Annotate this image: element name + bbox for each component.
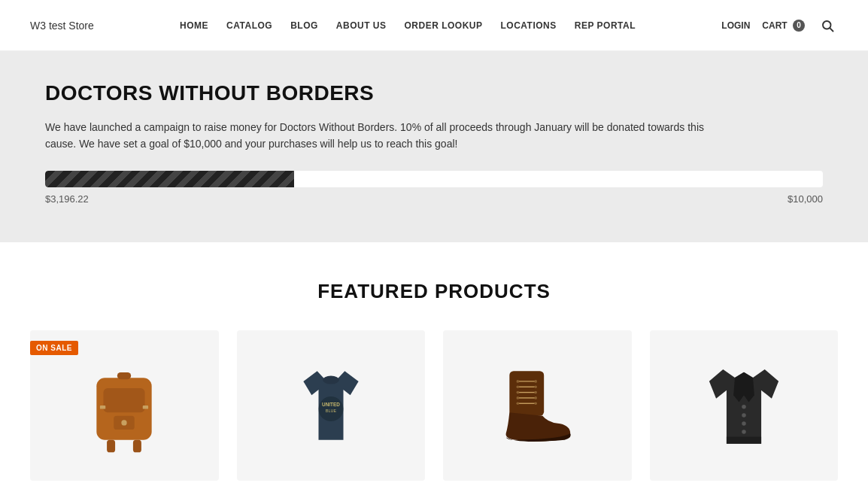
product-image-wrapper: UNITED BLUE — [237, 330, 426, 481]
progress-labels: $3,196.22 $10,000 — [45, 193, 823, 205]
svg-point-30 — [517, 402, 520, 405]
product-image — [650, 330, 839, 481]
svg-point-22 — [517, 380, 520, 383]
featured-title: FEATURED PRODUCTS — [30, 280, 838, 303]
cart-count: 0 — [793, 20, 805, 32]
svg-rect-39 — [727, 436, 761, 443]
svg-line-1 — [830, 28, 833, 31]
on-sale-badge: ON SALE — [30, 341, 78, 355]
svg-point-35 — [742, 405, 746, 409]
site-logo[interactable]: W3 test Store — [30, 20, 94, 32]
svg-point-37 — [742, 421, 746, 426]
nav-item-locations[interactable]: LOCATIONS — [501, 20, 557, 31]
product-image: UNITED BLUE — [237, 330, 426, 481]
banner-description: We have launched a campaign to raise mon… — [45, 119, 722, 153]
svg-point-25 — [535, 385, 538, 388]
campaign-banner: DOCTORS WITHOUT BORDERS We have launched… — [0, 51, 868, 242]
svg-point-23 — [535, 380, 538, 383]
svg-point-12 — [323, 375, 339, 384]
cart-button[interactable]: CART 0 — [762, 20, 805, 32]
svg-point-28 — [517, 396, 520, 399]
main-nav: HOMECATALOGBLOGABOUT USORDER LOOKUPLOCAT… — [180, 20, 636, 31]
product-card[interactable]: ON SALE UNITED BY BLUEHiking Backpack$14… — [30, 330, 219, 489]
svg-rect-10 — [143, 405, 148, 409]
nav-item-blog[interactable]: BLOG — [290, 20, 318, 31]
site-header: W3 test Store HOMECATALOGBLOGABOUT USORD… — [0, 0, 868, 51]
svg-text:BLUE: BLUE — [326, 409, 337, 413]
svg-point-27 — [535, 391, 538, 394]
search-icon — [821, 19, 834, 32]
login-link[interactable]: LOGIN — [721, 20, 750, 31]
product-image-wrapper — [443, 330, 632, 481]
header-right: LOGIN CART 0 — [721, 15, 838, 36]
svg-text:UNITED: UNITED — [322, 402, 340, 407]
product-image-wrapper — [650, 330, 839, 481]
svg-point-24 — [517, 385, 520, 388]
nav-item-catalog[interactable]: CATALOG — [226, 20, 272, 31]
products-grid: ON SALE UNITED BY BLUEHiking Backpack$14… — [30, 330, 838, 489]
svg-point-36 — [742, 413, 746, 418]
svg-point-26 — [517, 391, 520, 394]
cart-label: CART — [762, 20, 787, 31]
svg-rect-7 — [133, 440, 141, 453]
nav-item-about-us[interactable]: ABOUT US — [336, 20, 387, 31]
svg-rect-3 — [104, 388, 145, 412]
product-card[interactable]: UNITED BY BLUEGertrude Cardigan$108.00 — [650, 330, 839, 489]
svg-rect-16 — [510, 371, 545, 416]
progress-bar-fill — [45, 171, 294, 187]
svg-rect-8 — [117, 372, 131, 379]
svg-point-5 — [122, 420, 127, 425]
nav-item-home[interactable]: HOME — [180, 20, 208, 31]
svg-rect-9 — [100, 405, 105, 409]
featured-products-section: FEATURED PRODUCTS ON SALE UNITED BY BLUE… — [0, 242, 868, 489]
svg-rect-6 — [107, 440, 115, 453]
svg-point-29 — [535, 396, 538, 399]
progress-current: $3,196.22 — [45, 193, 89, 205]
svg-point-38 — [742, 430, 746, 434]
product-image-wrapper: ON SALE — [30, 330, 219, 481]
svg-point-31 — [535, 402, 538, 405]
nav-item-rep-portal[interactable]: REP PORTAL — [575, 20, 636, 31]
nav-item-order-lookup[interactable]: ORDER LOOKUP — [405, 20, 483, 31]
product-card[interactable]: UNITED BLUE UNITED BY BLUEUnited T-shirt… — [237, 330, 426, 489]
banner-title: DOCTORS WITHOUT BORDERS — [45, 81, 823, 105]
progress-goal: $10,000 — [788, 193, 823, 205]
product-card[interactable]: RED WINGRed Wing Iron Ranger Boot$310.00 — [443, 330, 632, 489]
progress-bar-container — [45, 171, 823, 187]
product-image — [443, 330, 632, 481]
search-button[interactable] — [817, 15, 838, 36]
